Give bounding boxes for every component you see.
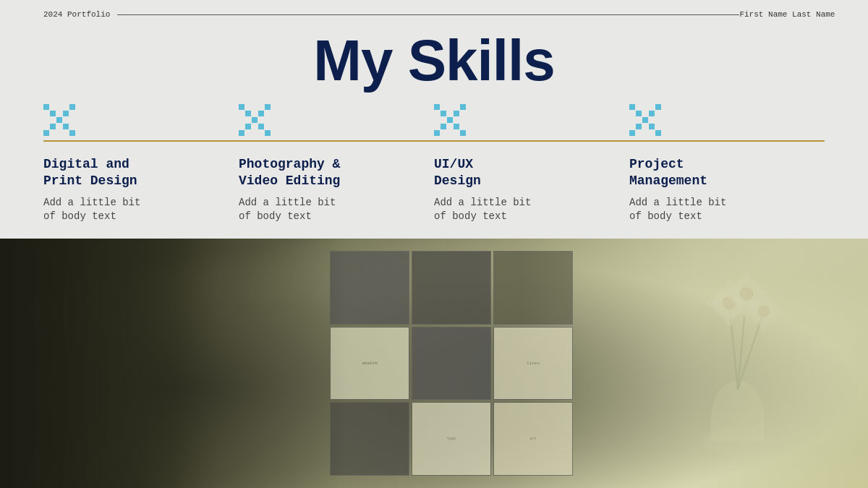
image-overlay bbox=[0, 239, 868, 488]
year-label: 2024 Portfolio bbox=[43, 10, 110, 19]
title-section: My Skills bbox=[0, 25, 868, 104]
author-name: First Name Last Name bbox=[739, 10, 835, 19]
header-divider-line bbox=[117, 14, 739, 15]
x-icon-4 bbox=[629, 104, 661, 136]
skill-title-2: Photography &Video Editing bbox=[239, 156, 420, 190]
skill-body-1: Add a little bitof body text bbox=[43, 196, 224, 224]
header-left: 2024 Portfolio bbox=[43, 10, 739, 19]
x-icon-3 bbox=[434, 104, 466, 136]
skill-title-3: UI/UXDesign bbox=[434, 156, 615, 190]
icon-col-1 bbox=[43, 104, 239, 140]
skill-title-1: Digital andPrint Design bbox=[43, 156, 224, 190]
skill-item-2: Photography &Video Editing Add a little … bbox=[239, 156, 434, 224]
skill-item-3: UI/UXDesign Add a little bitof body text bbox=[434, 156, 629, 224]
skill-body-2: Add a little bitof body text bbox=[239, 196, 420, 224]
skill-title-4: ProjectManagement bbox=[629, 156, 810, 190]
icon-divider-row bbox=[0, 104, 868, 140]
skill-body-3: Add a little bitof body text bbox=[434, 196, 615, 224]
header: 2024 Portfolio First Name Last Name bbox=[0, 0, 868, 25]
x-icon-2 bbox=[239, 104, 271, 136]
icon-col-3 bbox=[434, 104, 629, 140]
x-icon-1 bbox=[43, 104, 75, 136]
skill-body-4: Add a little bitof body text bbox=[629, 196, 810, 224]
page-wrapper: 2024 Portfolio First Name Last Name My S… bbox=[0, 0, 868, 488]
page-title: My Skills bbox=[0, 32, 868, 90]
skill-item-4: ProjectManagement Add a little bitof bod… bbox=[629, 156, 825, 224]
skill-item-1: Digital andPrint Design Add a little bit… bbox=[43, 156, 239, 224]
bottom-image-area: sketch lines type art bbox=[0, 239, 868, 488]
icon-col-2 bbox=[239, 104, 434, 140]
skills-section: Digital andPrint Design Add a little bit… bbox=[0, 142, 868, 239]
icon-col-4 bbox=[629, 104, 825, 140]
desk-scene: sketch lines type art bbox=[0, 239, 868, 488]
